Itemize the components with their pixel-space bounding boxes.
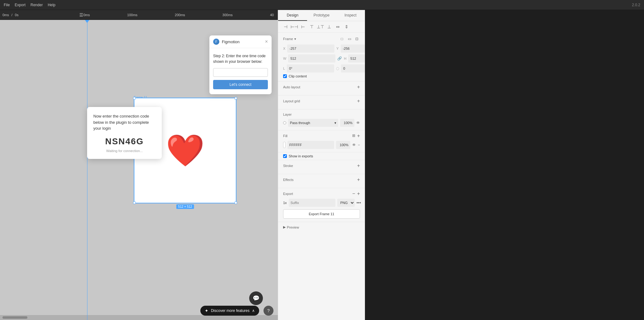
heart-emoji: ❤️ [166, 132, 205, 169]
chat-icon: 💬 [253, 295, 259, 302]
menu-bar-left: File Export Render Help [4, 3, 55, 7]
show-exports-label: Show in exports [289, 154, 313, 158]
menu-bar: File Export Render Help 2.0.2 [0, 0, 644, 10]
layout-grid-add-btn[interactable]: + [357, 99, 360, 104]
export-title: Export [283, 192, 293, 196]
chat-bubble-btn[interactable]: 💬 [249, 291, 263, 305]
fill-eye-icon[interactable]: 👁 [352, 143, 356, 147]
eye-icon[interactable]: 👁 [356, 121, 360, 125]
corner-handle-tr[interactable] [235, 97, 237, 100]
right-panel: Design Prototype Inspect ⊣ ⊢⊣ ⊢ ⊤ ⊥⊤ ⊥ ⇔… [278, 10, 365, 320]
frame-section: Frame ▾ □ ▭ ⊡ X Y W 🔗 [278, 33, 365, 81]
frame-header: Frame ▾ □ ▭ ⊡ [283, 36, 360, 42]
ruler-0ms: 0ms [83, 13, 90, 17]
code-waiting: Waiting for connection... [93, 149, 156, 153]
frame-label[interactable]: Frame ▾ [283, 37, 296, 41]
frame-size-label: 512 × 512 [176, 204, 194, 209]
export-format-select[interactable]: PNG JPG SVG PDF [337, 199, 355, 207]
timeline-separator: / [12, 13, 12, 17]
preview-header[interactable]: ▶ Preview [283, 225, 360, 229]
plugin-code-input[interactable] [213, 68, 268, 77]
export-add-btn[interactable]: + [357, 191, 360, 196]
show-exports-checkbox[interactable] [283, 154, 287, 158]
frame-icons: □ ▭ ⊡ [339, 36, 360, 42]
show-exports-row: Show in exports [283, 154, 360, 158]
timeline-header: 0ms / 0s ☰ 0ms 100ms 200ms 300ms 40 [0, 10, 278, 20]
align-top-btn[interactable]: ⊤ [308, 23, 315, 30]
plugin-dialog: F Figmotion × Step 2: Enter the one time… [209, 35, 272, 94]
corner-handle-br[interactable] [235, 202, 237, 204]
export-more-btn[interactable]: ••• [357, 200, 361, 205]
auto-layout-title: Auto layout [283, 85, 300, 89]
x-input[interactable] [287, 44, 334, 53]
align-center-h-btn[interactable]: ⊢⊣ [291, 23, 298, 30]
code-value: NSN46G [93, 137, 156, 146]
frame-icon-3[interactable]: ⊡ [354, 36, 360, 42]
blend-mode-value: Pass through [290, 121, 310, 125]
plugin-close-btn[interactable]: × [265, 39, 268, 44]
w-input[interactable] [288, 54, 335, 63]
fill-hex-input[interactable] [287, 141, 334, 149]
fill-minus-btn[interactable]: − [358, 143, 360, 147]
w-label: W [283, 57, 286, 60]
export-remove-btn[interactable]: − [352, 191, 355, 196]
rotation-label: L [283, 67, 285, 70]
menu-file[interactable]: File [4, 3, 10, 7]
fill-header: Fill ⊞ + [283, 133, 360, 138]
help-button[interactable]: ? [264, 306, 273, 316]
stroke-add-btn[interactable]: + [357, 163, 360, 168]
timeline-menu-icon[interactable]: ☰ [79, 12, 83, 17]
align-right-btn[interactable]: ⊢ [299, 23, 307, 30]
h-input[interactable] [348, 54, 365, 63]
export-suffix-input[interactable] [289, 199, 335, 207]
export-row: 1x PNG JPG SVG PDF ••• [283, 199, 360, 207]
tab-design[interactable]: Design [278, 10, 307, 21]
export-header: Export − + [283, 191, 360, 196]
align-middle-v-btn[interactable]: ⊥⊤ [317, 23, 324, 30]
export-frame-btn[interactable]: Export Frame 11 [283, 209, 360, 219]
distribute-h-btn[interactable]: ⇔ [334, 23, 342, 30]
corner-radius-input[interactable] [341, 64, 365, 72]
menu-render[interactable]: Render [30, 3, 43, 7]
layout-grid-header: Layout grid + [283, 99, 360, 104]
tabs: Design Prototype Inspect [278, 10, 365, 21]
clip-content-checkbox[interactable] [283, 74, 287, 78]
menu-help[interactable]: Help [48, 3, 55, 7]
stroke-section: Stroke + [278, 160, 365, 174]
distribute-v-btn[interactable]: ⇕ [343, 23, 350, 30]
fill-actions: ⊞ + [352, 133, 360, 138]
lock-icon[interactable]: 🔗 [337, 56, 342, 61]
fill-color-swatch[interactable] [283, 142, 286, 148]
fill-grid-icon[interactable]: ⊞ [352, 133, 355, 138]
fill-opacity-input[interactable] [336, 141, 350, 149]
blend-mode-select[interactable]: Pass through ▾ [288, 119, 338, 127]
corner-handle-bl[interactable] [133, 202, 136, 204]
opacity-input[interactable] [340, 119, 354, 127]
plugin-connect-btn[interactable]: Let's connect [213, 80, 268, 89]
frame-icon-2[interactable]: ▭ [346, 36, 352, 42]
timeline-head [85, 20, 89, 23]
fill-add-btn[interactable]: + [357, 133, 360, 138]
menu-export[interactable]: Export [15, 3, 26, 7]
tab-prototype[interactable]: Prototype [307, 10, 336, 21]
timeline-scrollbar[interactable] [2, 316, 27, 319]
show-exports-section: Show in exports [278, 152, 365, 160]
auto-layout-add-btn[interactable]: + [357, 85, 360, 90]
align-bottom-btn[interactable]: ⊥ [325, 23, 333, 30]
app-version: 2.0.2 [632, 3, 640, 7]
align-left-btn[interactable]: ⊣ [282, 23, 289, 30]
y-input[interactable] [341, 44, 365, 53]
clip-content-label: Clip content [289, 74, 307, 78]
corner-handle-tl[interactable] [133, 97, 136, 100]
main-layout: 0ms / 0s ☰ 0ms 100ms 200ms 300ms 40 [0, 10, 644, 320]
tab-inspect[interactable]: Inspect [336, 10, 365, 21]
rotation-input[interactable] [287, 64, 334, 72]
effects-add-btn[interactable]: + [357, 177, 360, 182]
discover-bar[interactable]: ✦ Discover more features ∧ [200, 306, 259, 316]
ruler-marks: 0ms 100ms 200ms 300ms 40 [83, 13, 275, 17]
export-actions: − + [352, 191, 360, 196]
preview-label: Preview [287, 225, 299, 229]
align-toolbar: ⊣ ⊢⊣ ⊢ ⊤ ⊥⊤ ⊥ ⇔ ⇕ [278, 21, 365, 33]
frame-icon-1[interactable]: □ [339, 36, 345, 42]
ruler-100ms: 100ms [127, 13, 138, 17]
